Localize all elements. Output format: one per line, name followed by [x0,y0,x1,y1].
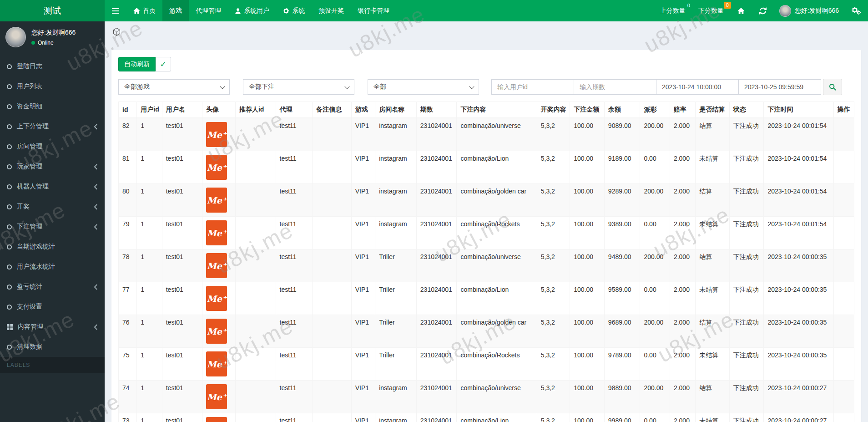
down-score-label: 下分数量 [698,7,724,15]
topnav-item-agent-manage[interactable]: 代理管理 [189,0,228,21]
end-date-input[interactable] [738,79,821,95]
circle-icon [7,144,12,149]
avatar-logo: Me⁺ [206,253,227,278]
cell-game: VIP1 [351,184,375,217]
cell-odds: 2.000 [670,118,695,151]
online-status[interactable]: Online [31,40,76,46]
cell-settled: 未结算 [696,282,730,315]
topnav-item-home[interactable]: 首页 [126,0,162,21]
cell-username: test01 [162,348,202,381]
cell-username: test01 [162,315,202,348]
cell-referrer [235,348,276,381]
column-header-15: 赔率 [670,102,695,118]
cell-status: 下注成功 [729,381,764,413]
cell-remark [313,184,352,217]
cell-bet_time: 2023-10-24 00:00:35 [764,315,833,348]
up-score-button[interactable]: 上分数量 0 [654,0,692,21]
cell-referrer [235,249,276,282]
cell-status: 下注成功 [729,348,764,381]
cell-period: 231024001 [416,282,457,315]
cell-payout: 200.00 [640,381,670,413]
settle-select[interactable]: 全部 [368,79,479,95]
grid-icon [7,324,13,330]
cell-action [833,348,854,381]
sidebar-item-payment-settings[interactable]: 支付设置 [0,297,105,317]
topnav-item-bankcard-manage[interactable]: 银行卡管理 [351,0,396,21]
cell-balance: 9389.00 [604,217,640,249]
sidebar-item-login-log[interactable]: 登陆日志 [0,56,105,76]
game-select[interactable]: 全部游戏 [118,79,230,95]
cell-id: 77 [119,282,137,315]
cell-agent: test11 [276,249,313,282]
sidebar-item-room-manage[interactable]: 房间管理 [0,137,105,157]
cell-user_id: 1 [137,413,162,422]
sidebar-item-score-manage[interactable]: 上下分管理 [0,117,105,137]
sidebar-item-user-list[interactable]: 用户列表 [0,76,105,97]
cell-id: 73 [119,413,137,422]
greeting-text: 您好:发财啊666 [795,7,839,15]
cell-room: Triller [375,249,417,282]
sidebar-item-robot-manage[interactable]: 机器人管理 [0,177,105,197]
cell-balance: 9089.00 [604,118,640,151]
cell-id: 81 [119,151,137,184]
search-button[interactable] [823,79,842,95]
cell-agent: test11 [276,184,313,217]
avatar-logo: Me⁺ [206,155,227,180]
user-menu[interactable]: 您好:发财啊666 [774,0,844,21]
cell-game: VIP1 [351,118,375,151]
topnav-item-preset-lottery[interactable]: 预设开奖 [312,0,351,21]
refresh-icon[interactable] [752,0,774,21]
cell-referrer [235,413,276,422]
down-score-button[interactable]: 下分数量 0 [692,0,730,21]
sidebar-item-profit-stats[interactable]: 盈亏统计 [0,277,105,297]
topnav-item-games[interactable]: 游戏 [162,0,189,21]
auto-refresh-button[interactable]: 自动刷新 [118,57,156,71]
cell-bet_time: 2023-10-24 00:01:54 [764,118,833,151]
topnav-label: 银行卡管理 [358,7,389,15]
cell-avatar: Me⁺ [202,381,236,413]
cell-room: Triller [375,282,417,315]
cell-payout: 200.00 [640,118,670,151]
cell-user_id: 1 [137,381,162,413]
sidebar-item-funds-detail[interactable]: 资金明细 [0,97,105,117]
auto-refresh-checkbox[interactable]: ✓ [156,57,171,71]
sidebar-item-player-manage[interactable]: 玩家管理 [0,157,105,177]
sidebar-toggle-button[interactable] [105,0,126,21]
sidebar-item-label: 上下分管理 [17,122,49,131]
cell-period: 231024001 [416,217,457,249]
column-header-17: 状态 [729,102,764,118]
home-icon[interactable] [730,0,752,21]
sidebar-item-lottery[interactable]: 开奖 [0,197,105,217]
gears-icon[interactable] [844,0,868,21]
sidebar-item-bet-manage[interactable]: 下注管理 [0,217,105,237]
start-date-input[interactable] [656,79,739,95]
cell-bet_content: combinação/Rockets [457,217,537,249]
bet-type-select[interactable]: 全部下注 [243,79,354,95]
sidebar-item-content-manage[interactable]: 内容管理 [0,317,105,337]
topnav-item-system-users[interactable]: 系统用户 [228,0,276,21]
cell-avatar: Me⁺ [202,315,236,348]
cell-bet_amount: 100.00 [570,184,605,217]
cell-user_id: 1 [137,315,162,348]
sidebar-user-panel: 您好:发财啊666 Online [0,21,105,54]
circle-icon [7,184,12,189]
user-id-input[interactable] [491,79,574,95]
sidebar-item-clean-data[interactable]: 清理数据 [0,337,105,357]
cell-status: 下注成功 [729,118,764,151]
circle-icon [7,164,12,169]
angle-left-icon [94,124,98,130]
cell-avatar: Me⁺ [202,151,236,184]
circle-icon [7,204,12,209]
cell-open_content: 5,3,2 [537,217,570,249]
cell-referrer [235,282,276,315]
cell-odds: 2.000 [670,282,695,315]
cell-payout: 200.00 [640,315,670,348]
sidebar-item-current-game-stats[interactable]: 当期游戏统计 [0,237,105,257]
app-logo[interactable]: 测试 [0,0,105,21]
topnav-item-system[interactable]: 系统 [276,0,312,21]
period-input[interactable] [574,79,656,95]
sidebar-item-user-flow-stats[interactable]: 用户流水统计 [0,257,105,277]
column-header-3: 头像 [202,102,236,118]
cell-game: VIP1 [351,348,375,381]
cell-odds: 2.000 [670,249,695,282]
